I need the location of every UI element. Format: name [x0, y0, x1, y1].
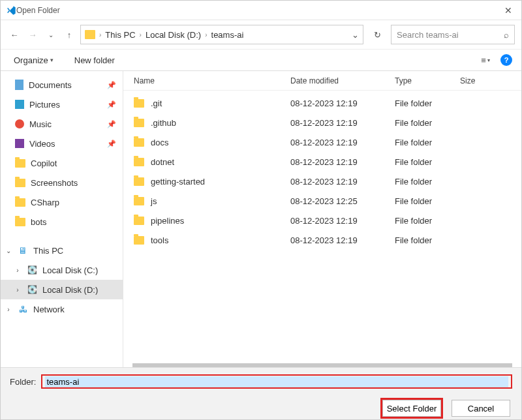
- column-headers: Name Date modified Type Size: [123, 71, 521, 91]
- file-type: File folder: [395, 138, 460, 147]
- close-icon[interactable]: ✕: [500, 5, 516, 16]
- sidebar-item[interactable]: Screenshots: [1, 173, 123, 192]
- window-title: Open Folder: [16, 6, 60, 15]
- search-input[interactable]: Search teams-ai ⌕: [391, 25, 515, 44]
- forward-button[interactable]: →: [25, 27, 40, 42]
- file-type: File folder: [395, 98, 460, 108]
- file-date: 08-12-2023 12:25: [290, 196, 395, 206]
- select-folder-button[interactable]: Select Folder: [382, 400, 441, 417]
- file-type: File folder: [395, 216, 460, 226]
- pc-icon: 🖥: [18, 245, 28, 256]
- col-type[interactable]: Type: [395, 76, 460, 85]
- file-name: tools: [151, 235, 290, 245]
- cancel-button[interactable]: Cancel: [452, 400, 510, 417]
- help-icon[interactable]: ?: [500, 54, 512, 66]
- file-type: File folder: [395, 196, 460, 206]
- file-name: pipelines: [151, 216, 290, 226]
- organize-button[interactable]: Organize▾: [10, 53, 57, 68]
- chevron-down-icon: ⌄: [5, 247, 12, 254]
- folder-icon: [15, 198, 25, 207]
- mus-icon: [15, 119, 24, 128]
- sidebar-item-network[interactable]: ›🖧Network: [1, 299, 123, 319]
- file-date: 08-12-2023 12:19: [290, 235, 395, 245]
- pin-icon: 📌: [107, 120, 116, 128]
- folder-icon: [134, 236, 144, 245]
- search-placeholder: Search teams-ai: [397, 30, 459, 40]
- folder-icon: [134, 217, 144, 225]
- sidebar-item-label: Videos: [29, 139, 55, 149]
- file-type: File folder: [395, 157, 460, 167]
- new-folder-button[interactable]: New folder: [70, 53, 119, 68]
- folder-icon: [15, 179, 25, 187]
- network-icon: 🖧: [18, 304, 28, 314]
- col-date[interactable]: Date modified: [290, 76, 395, 85]
- folder-icon: [15, 159, 25, 168]
- folder-input-highlight: [41, 374, 512, 389]
- sidebar-item-label: bots: [31, 217, 47, 227]
- col-size[interactable]: Size: [460, 76, 493, 85]
- table-row[interactable]: dotnet08-12-2023 12:19File folder: [123, 152, 521, 172]
- address-bar[interactable]: › This PC › Local Disk (D:) › teams-ai ⌄: [80, 25, 363, 44]
- chevron-right-icon: ›: [140, 31, 142, 38]
- vscode-icon: [6, 5, 16, 16]
- file-date: 08-12-2023 12:19: [290, 138, 395, 147]
- sidebar-item[interactable]: Music📌: [1, 114, 123, 134]
- folder-icon: [15, 218, 25, 226]
- file-pane: Name Date modified Type Size .git08-12-2…: [123, 71, 521, 378]
- table-row[interactable]: getting-started08-12-2023 12:19File fold…: [123, 172, 521, 191]
- file-name: .git: [151, 98, 290, 108]
- breadcrumb-drive[interactable]: Local Disk (D:): [146, 30, 201, 40]
- file-name: js: [151, 196, 290, 206]
- sidebar-item-drive-c[interactable]: ›💽Local Disk (C:): [1, 260, 123, 280]
- sidebar-item-label: Music: [29, 119, 52, 129]
- sidebar-item-label: Documents: [29, 80, 72, 90]
- toolbar: Organize▾ New folder ≡ ▾ ?: [1, 49, 521, 71]
- file-name: .github: [151, 118, 290, 128]
- sidebar-item[interactable]: Copilot: [1, 153, 123, 173]
- vid-icon: [15, 139, 24, 148]
- address-dropdown-icon[interactable]: ⌄: [352, 30, 359, 40]
- folder-label: Folder:: [10, 377, 36, 387]
- chevron-right-icon: ›: [14, 267, 22, 274]
- pic-icon: [15, 100, 24, 109]
- table-row[interactable]: docs08-12-2023 12:19File folder: [123, 132, 521, 152]
- sidebar-item[interactable]: CSharp: [1, 192, 123, 212]
- sidebar-item[interactable]: Videos📌: [1, 134, 123, 153]
- table-row[interactable]: js08-12-2023 12:25File folder: [123, 191, 521, 211]
- refresh-button[interactable]: ↻: [367, 25, 387, 44]
- col-name[interactable]: Name: [134, 76, 290, 85]
- up-button[interactable]: ↑: [62, 27, 76, 42]
- pin-icon: 📌: [107, 140, 116, 148]
- table-row[interactable]: .github08-12-2023 12:19File folder: [123, 113, 521, 132]
- sidebar-item[interactable]: bots: [1, 212, 123, 232]
- sidebar-item-label: Pictures: [29, 100, 60, 110]
- folder-icon: [134, 138, 144, 147]
- table-row[interactable]: .git08-12-2023 12:19File folder: [123, 93, 521, 113]
- recent-dropdown[interactable]: ⌄: [44, 27, 58, 42]
- file-name: getting-started: [151, 177, 290, 187]
- sidebar-item-label: CSharp: [31, 198, 59, 207]
- back-button[interactable]: ←: [7, 27, 22, 42]
- sidebar-item-drive-d[interactable]: ›💽Local Disk (D:): [1, 280, 123, 299]
- file-name: dotnet: [151, 157, 290, 167]
- doc-icon: [15, 80, 23, 90]
- view-options-button[interactable]: ≡ ▾: [477, 53, 494, 67]
- disk-icon: 💽: [27, 265, 37, 275]
- nav-row: ← → ⌄ ↑ › This PC › Local Disk (D:) › te…: [1, 20, 521, 49]
- breadcrumb-folder[interactable]: teams-ai: [211, 30, 244, 40]
- pin-icon: 📌: [107, 100, 116, 109]
- file-type: File folder: [395, 235, 460, 245]
- sidebar-item-this-pc[interactable]: ⌄🖥This PC: [1, 241, 123, 260]
- breadcrumb-root[interactable]: This PC: [105, 30, 135, 40]
- folder-icon: [134, 158, 144, 166]
- chevron-right-icon: ›: [99, 31, 101, 38]
- table-row[interactable]: pipelines08-12-2023 12:19File folder: [123, 211, 521, 230]
- folder-input[interactable]: [45, 376, 508, 387]
- table-row[interactable]: tools08-12-2023 12:19File folder: [123, 230, 521, 250]
- sidebar-item[interactable]: Pictures📌: [1, 95, 123, 114]
- file-type: File folder: [395, 177, 460, 187]
- sidebar-item[interactable]: Documents📌: [1, 75, 123, 95]
- disk-icon: 💽: [27, 284, 37, 295]
- search-icon: ⌕: [504, 30, 509, 40]
- folder-icon: [134, 99, 144, 108]
